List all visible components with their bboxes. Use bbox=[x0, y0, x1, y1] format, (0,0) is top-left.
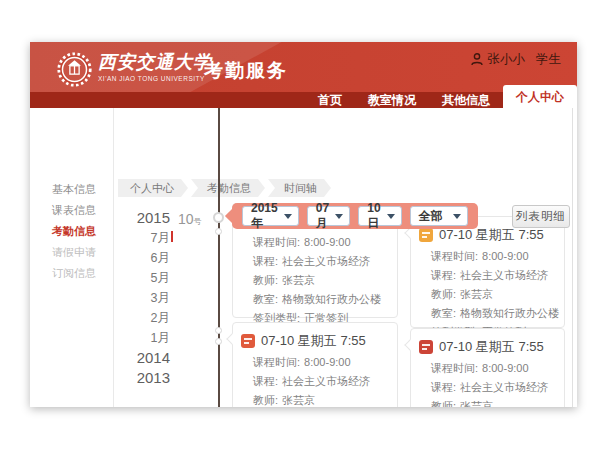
timeline-year-2013[interactable]: 2013 bbox=[125, 369, 170, 386]
timeline-year-2014[interactable]: 2014 bbox=[125, 349, 170, 366]
sidebar-item-attendance[interactable]: 考勤信息 bbox=[30, 224, 113, 239]
card-pointer bbox=[404, 227, 415, 238]
day-select[interactable]: 10日 bbox=[358, 206, 402, 226]
sidebar-item-schedule[interactable]: 课表信息 bbox=[30, 203, 113, 218]
breadcrumb-attendance[interactable]: 考勤信息 bbox=[191, 179, 265, 197]
attendance-card[interactable]: 07-10 星期五 7:55 课程时间:8:00-9:00 课程:社会主义市场经… bbox=[410, 216, 565, 328]
timeline-axis bbox=[218, 108, 220, 407]
nav-other-info[interactable]: 其他信息 bbox=[429, 92, 503, 108]
attendance-card[interactable]: 07-10 星期五 7:55 课程时间:8:00-9:00 课程:社会主义市场经… bbox=[232, 322, 398, 407]
timeline-month-3[interactable]: 3月 bbox=[125, 290, 170, 307]
sidebar-divider bbox=[113, 108, 114, 407]
university-name: 西安交通大学 bbox=[98, 50, 212, 74]
month-select[interactable]: 07月 bbox=[307, 206, 351, 226]
user-info[interactable]: 张小小 学生 bbox=[471, 51, 562, 68]
calendar-icon bbox=[241, 334, 255, 348]
timeline-node bbox=[215, 338, 222, 345]
timeline-node bbox=[215, 228, 222, 235]
chevron-down-icon bbox=[284, 214, 292, 219]
app-window: 西安交通大学 XI'AN JIAO TONG UNIVERSITY 考勤服务 张… bbox=[30, 42, 577, 407]
timeline-month-7[interactable]: 7月 bbox=[125, 230, 170, 247]
timeline-month-5[interactable]: 5月 bbox=[125, 270, 170, 287]
nav-classrooms[interactable]: 教室情况 bbox=[355, 92, 429, 108]
calendar-icon bbox=[419, 228, 433, 242]
breadcrumb-personal-center[interactable]: 个人中心 bbox=[118, 179, 188, 197]
user-icon bbox=[471, 53, 483, 66]
sidebar-item-subscription[interactable]: 订阅信息 bbox=[30, 266, 113, 281]
app-title: 考勤服务 bbox=[204, 58, 288, 84]
breadcrumb-timeline[interactable]: 时间轴 bbox=[268, 179, 331, 197]
chevron-down-icon bbox=[453, 214, 461, 219]
timeline-year-2015[interactable]: 2015 bbox=[125, 209, 170, 226]
card-date: 07-10 星期五 7:55 bbox=[261, 332, 366, 350]
timeline-node bbox=[215, 327, 222, 334]
content-area: 基本信息 课表信息 考勤信息 请假申请 订阅信息 个人中心 考勤信息 时间轴 2… bbox=[30, 108, 577, 407]
attendance-card[interactable]: 07-10 星期五 7:55 课程时间:8:00-9:00 课程:社会主义市场经… bbox=[410, 328, 565, 407]
calendar-icon bbox=[419, 340, 433, 354]
page: 西安交通大学 XI'AN JIAO TONG UNIVERSITY 考勤服务 张… bbox=[0, 0, 600, 450]
timeline-month-2[interactable]: 2月 bbox=[125, 310, 170, 327]
app-header: 西安交通大学 XI'AN JIAO TONG UNIVERSITY 考勤服务 张… bbox=[30, 42, 577, 108]
text-cursor bbox=[171, 231, 173, 242]
university-name-en: XI'AN JIAO TONG UNIVERSITY bbox=[98, 75, 205, 82]
card-date: 07-10 星期五 7:55 bbox=[439, 338, 544, 356]
type-select[interactable]: 全部 bbox=[410, 206, 468, 226]
card-pointer bbox=[226, 333, 237, 344]
timeline-node bbox=[213, 212, 224, 223]
university-logo-icon bbox=[56, 51, 93, 88]
date-filter-bar: 2015年 07月 10日 全部 bbox=[232, 203, 478, 229]
timeline-month-6[interactable]: 6月 bbox=[125, 250, 170, 267]
chevron-down-icon bbox=[387, 214, 395, 219]
filter-pointer bbox=[225, 209, 239, 223]
chevron-down-icon bbox=[335, 214, 343, 219]
day-label-10: 10号 bbox=[178, 211, 202, 227]
breadcrumb: 个人中心 考勤信息 时间轴 bbox=[118, 179, 331, 197]
timeline-month-1[interactable]: 1月 bbox=[125, 330, 170, 347]
year-select[interactable]: 2015年 bbox=[242, 206, 299, 226]
sidebar-item-basic-info[interactable]: 基本信息 bbox=[30, 182, 113, 197]
sidebar-item-leave-request[interactable]: 请假申请 bbox=[30, 245, 113, 260]
scrollbar-track[interactable] bbox=[572, 108, 573, 407]
nav-personal-center[interactable]: 个人中心 bbox=[503, 85, 577, 108]
card-pointer bbox=[404, 339, 415, 350]
nav-home[interactable]: 首页 bbox=[305, 92, 355, 108]
main-nav: 首页 教室情况 其他信息 个人中心 bbox=[305, 84, 577, 108]
user-name: 张小小 bbox=[488, 51, 526, 68]
list-detail-button[interactable]: 列表明细 bbox=[512, 205, 570, 228]
user-role: 学生 bbox=[536, 51, 561, 68]
